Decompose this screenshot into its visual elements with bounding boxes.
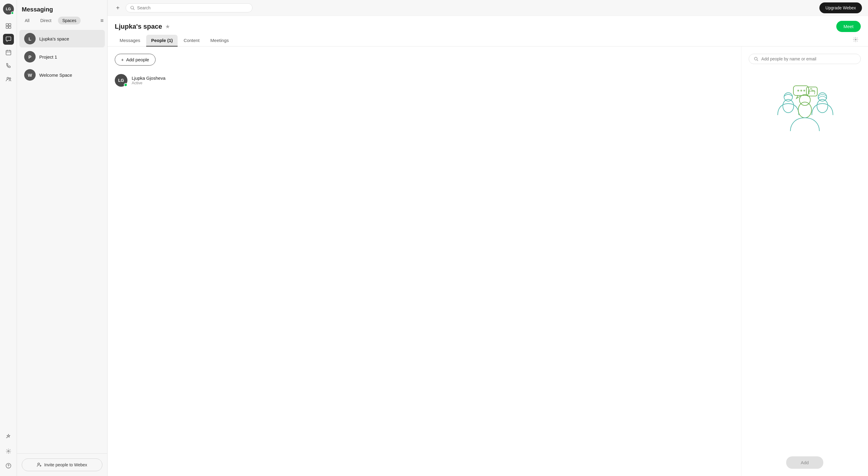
space-name-project1: Project 1 bbox=[39, 54, 57, 60]
space-item-ljupka[interactable]: L Ljupka's space bbox=[19, 30, 105, 47]
svg-point-12 bbox=[8, 467, 9, 468]
svg-rect-2 bbox=[6, 26, 8, 28]
nav-icon-contacts[interactable] bbox=[3, 74, 14, 85]
add-people-label: Add people bbox=[126, 57, 149, 62]
person-item-ljupka: LG Ljupka Gjosheva Active bbox=[115, 71, 734, 89]
svg-point-22 bbox=[784, 93, 793, 101]
invite-button[interactable]: Invite people to Webex bbox=[22, 458, 102, 471]
sidebar-footer: Invite people to Webex bbox=[17, 453, 107, 476]
add-search-bar bbox=[749, 54, 861, 64]
icon-rail: LG bbox=[0, 0, 17, 476]
add-people-search-input[interactable] bbox=[762, 57, 856, 61]
add-search-icon bbox=[754, 57, 758, 61]
add-button[interactable]: + bbox=[114, 4, 122, 12]
person-name: Ljupka Gjosheva bbox=[132, 75, 165, 81]
svg-point-9 bbox=[9, 78, 10, 80]
tab-people[interactable]: People (1) bbox=[146, 35, 178, 46]
filter-spaces[interactable]: Spaces bbox=[58, 17, 81, 25]
search-input[interactable] bbox=[137, 5, 248, 10]
space-avatar-ljupka: L bbox=[24, 33, 36, 44]
svg-rect-4 bbox=[6, 51, 11, 55]
svg-line-17 bbox=[133, 9, 134, 10]
svg-rect-3 bbox=[9, 26, 11, 28]
user-status-dot bbox=[11, 11, 14, 14]
person-avatar-ljupka: LG bbox=[115, 74, 127, 87]
space-name-welcome: Welcome Space bbox=[39, 72, 72, 77]
space-avatar-project1: P bbox=[24, 51, 36, 63]
svg-point-28 bbox=[797, 90, 799, 92]
filter-direct[interactable]: Direct bbox=[36, 17, 56, 25]
svg-point-30 bbox=[803, 90, 805, 92]
star-icon[interactable]: ★ bbox=[165, 23, 170, 30]
tab-messages[interactable]: Messages bbox=[115, 35, 145, 46]
tab-meetings[interactable]: Meetings bbox=[206, 35, 234, 46]
space-avatar-welcome: W bbox=[24, 69, 36, 81]
person-info-ljupka: Ljupka Gjosheva Active bbox=[132, 75, 165, 85]
topbar: + Upgrade Webex bbox=[107, 0, 868, 16]
svg-point-26 bbox=[798, 102, 811, 118]
space-item-project1[interactable]: P Project 1 bbox=[19, 48, 105, 66]
invite-icon bbox=[37, 463, 42, 467]
space-item-welcome[interactable]: W Welcome Space bbox=[19, 66, 105, 84]
add-people-plus: + bbox=[121, 57, 124, 62]
people-illustration bbox=[772, 77, 838, 139]
sidebar: Messaging All Direct Spaces ≡ L Ljupka's… bbox=[17, 0, 107, 476]
nav-icon-calendar[interactable] bbox=[3, 47, 14, 58]
filter-menu-button[interactable]: ≡ bbox=[100, 18, 103, 24]
nav-icon-grid[interactable] bbox=[3, 21, 14, 31]
tab-settings-icon[interactable] bbox=[850, 34, 861, 46]
filter-all[interactable]: All bbox=[21, 17, 34, 25]
svg-point-13 bbox=[38, 463, 39, 465]
svg-line-20 bbox=[757, 60, 758, 61]
main-content: + Upgrade Webex Ljupka's space ★ Meet Me… bbox=[107, 0, 868, 476]
tab-content[interactable]: Content bbox=[179, 35, 205, 46]
sidebar-title: Messaging bbox=[17, 0, 107, 17]
svg-point-10 bbox=[7, 451, 9, 452]
user-avatar[interactable]: LG bbox=[3, 4, 14, 14]
space-header: Ljupka's space ★ Meet bbox=[107, 16, 868, 32]
icon-rail-bottom bbox=[3, 430, 14, 472]
svg-point-16 bbox=[131, 6, 133, 9]
svg-rect-0 bbox=[6, 24, 8, 26]
search-bar bbox=[126, 3, 252, 12]
svg-point-8 bbox=[7, 77, 9, 79]
nav-icon-help[interactable] bbox=[3, 460, 14, 471]
people-panel: + Add people LG Ljupka Gjosheva Active bbox=[107, 46, 868, 476]
sidebar-filter-bar: All Direct Spaces ≡ bbox=[17, 17, 107, 28]
svg-point-24 bbox=[818, 93, 827, 101]
upgrade-button[interactable]: Upgrade Webex bbox=[819, 2, 862, 13]
svg-point-29 bbox=[800, 90, 802, 92]
space-list: L Ljupka's space P Project 1 W Welcome S… bbox=[17, 28, 107, 453]
add-action-button[interactable]: Add bbox=[786, 456, 823, 469]
nav-icon-messaging[interactable] bbox=[3, 34, 14, 45]
svg-point-19 bbox=[754, 57, 757, 60]
svg-rect-1 bbox=[9, 24, 11, 26]
invite-label: Invite people to Webex bbox=[44, 463, 87, 467]
topbar-right: Upgrade Webex bbox=[819, 2, 862, 13]
people-left: + Add people LG Ljupka Gjosheva Active bbox=[107, 46, 741, 476]
person-status-active bbox=[124, 83, 127, 87]
nav-icon-ai[interactable] bbox=[3, 431, 14, 442]
nav-icon-settings[interactable] bbox=[3, 446, 14, 457]
people-right: Add bbox=[741, 46, 868, 476]
tabs: Messages People (1) Content Meetings bbox=[107, 32, 868, 46]
search-icon bbox=[130, 5, 135, 10]
meet-button[interactable]: Meet bbox=[836, 21, 861, 32]
person-status-text: Active bbox=[132, 81, 165, 85]
svg-point-18 bbox=[855, 39, 856, 40]
space-title: Ljupka's space bbox=[115, 23, 162, 31]
add-people-button[interactable]: + Add people bbox=[115, 54, 156, 66]
nav-icon-calls[interactable] bbox=[3, 60, 14, 71]
space-name-ljupka: Ljupka's space bbox=[39, 36, 69, 41]
